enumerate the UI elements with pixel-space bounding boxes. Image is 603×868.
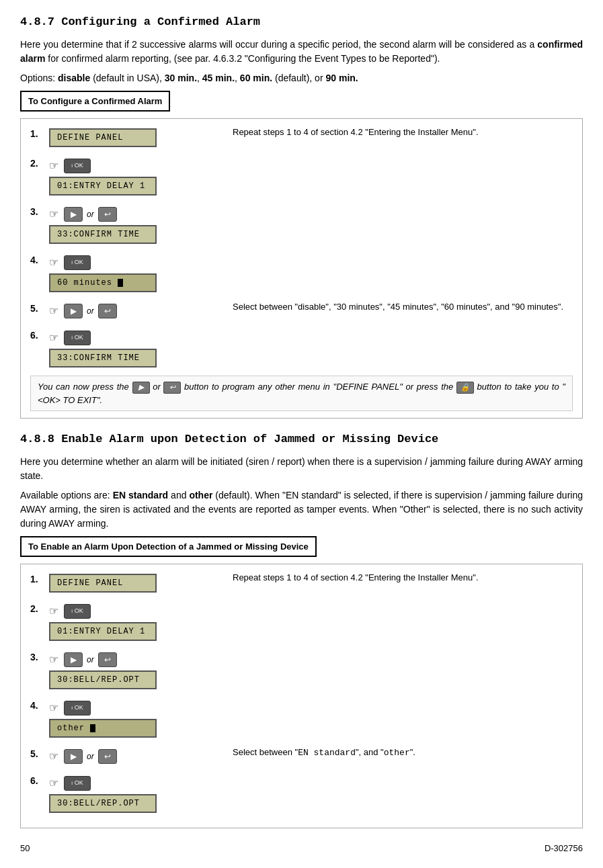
step-3-content: ☞ ▶ or ↩ 33:CONFIRM TIME [49,204,573,244]
s2-hand-icon-5: ☞ [49,748,58,765]
step-2: 2. ☞ i OK 01:ENTRY DELAY 1 [30,155,573,196]
step-4-num: 4. [30,252,49,267]
doc-number: D-302756 [545,842,583,855]
step-4-lcd: 60 minutes [49,273,157,292]
s2-step-2-num: 2. [30,601,49,616]
step-5-num: 5. [30,300,49,316]
s2-step-6-num: 6. [30,773,49,788]
step-6: 6. ☞ i OK 33:CONFIRM TIME [30,327,573,367]
page-number: 50 [20,842,30,855]
s2-step-1-right: Repeat steps 1 to 4 of section 4.2 "Ente… [219,571,573,584]
s2-hand-icon-4: ☞ [49,700,58,716]
or-text-3: or [87,208,94,220]
s2-step-2-content: ☞ i OK 01:ENTRY DELAY 1 [49,601,573,641]
s2-step-1-content: DEFINE PANEL [49,571,219,593]
s2-step-4-lcd: other [49,719,157,738]
ok-button-6[interactable]: i OK [64,331,91,345]
s2-step-4-content: ☞ i OK other [49,697,573,738]
s2-step-5-right: Select between "EN standard", and "other… [219,746,573,760]
step-1-num: 1. [30,126,49,141]
section1-steps: 1. DEFINE PANEL Repeat steps 1 to 4 of s… [20,118,583,419]
step-3: 3. ☞ ▶ or ↩ 33:CONFIRM TIME [30,204,573,244]
s2-step-4: 4. ☞ i OK other [30,697,573,738]
or-text-5: or [87,305,94,317]
s2-ok-button-6[interactable]: i OK [64,776,91,791]
hand-icon-6: ☞ [49,330,58,346]
step-3-num: 3. [30,204,49,219]
step-6-content: ☞ i OK 33:CONFIRM TIME [49,327,573,367]
s2-forward-button-3[interactable]: ▶ [64,652,83,667]
ok-button-2[interactable]: i OK [64,159,91,173]
s2-step-2: 2. ☞ i OK 01:ENTRY DELAY 1 [30,601,573,641]
s2-hand-icon-6: ☞ [49,775,58,791]
section2-heading: 4.8.8 Enable Alarm upon Detection of Jam… [20,431,583,448]
ok-button-4[interactable]: i OK [64,255,91,270]
s2-step-5-num: 5. [30,746,49,761]
section2-para1: Here you determine whether an alarm will… [20,455,583,483]
step-1: 1. DEFINE PANEL Repeat steps 1 to 4 of s… [30,126,573,147]
section1-heading: 4.8.7 Configuring a Confirmed Alarm [20,13,583,31]
hand-icon-4: ☞ [49,255,58,271]
s2-step-6-lcd: 30:BELL/REP.OPT [49,794,157,813]
forward-button-3[interactable]: ▶ [64,207,83,222]
s2-hand-icon-2: ☞ [49,603,58,619]
s2-or-text-5: or [87,750,94,763]
s2-ok-button-4[interactable]: i OK [64,701,91,715]
inline-forward-btn: ▶ [132,382,150,394]
back-button-3[interactable]: ↩ [98,207,117,222]
step-4-content: ☞ i OK 60 minutes [49,252,573,292]
s2-step-1-lcd: DEFINE PANEL [49,574,157,593]
section1-para2: Options: disable (default in USA), 30 mi… [20,71,583,85]
s2-step-3-lcd: 30:BELL/REP.OPT [49,670,157,689]
s2-step-4-num: 4. [30,697,49,713]
step-1-lcd: DEFINE PANEL [49,128,157,147]
s2-or-text-3: or [87,654,94,666]
s2-step-3-content: ☞ ▶ or ↩ 30:BELL/REP.OPT [49,649,573,689]
s2-back-button-5[interactable]: ↩ [98,749,117,764]
forward-button-5[interactable]: ▶ [64,304,83,318]
s2-step-3-num: 3. [30,649,49,664]
step-5: 5. ☞ ▶ or ↩ Select between "disable", "3… [30,300,573,319]
step-4: 4. ☞ i OK 60 minutes [30,252,573,292]
page-footer: 50 D-302756 [20,842,583,855]
hand-icon-3: ☞ [49,206,58,222]
s2-step-3: 3. ☞ ▶ or ↩ 30:BELL/REP.OPT [30,649,573,689]
section1-box-label: To Configure a Confirmed Alarm [20,91,170,112]
section2-para2: Available options are: EN standard and o… [20,488,583,531]
step-5-right: Select between "disable", "30 minutes", … [219,300,573,314]
section2-steps: 1. DEFINE PANEL Repeat steps 1 to 4 of s… [20,564,583,828]
page-content: 4.8.7 Configuring a Confirmed Alarm Here… [20,13,583,855]
s2-step-1: 1. DEFINE PANEL Repeat steps 1 to 4 of s… [30,571,573,593]
s2-step-5: 5. ☞ ▶ or ↩ Select between "EN standard"… [30,746,573,765]
back-button-5[interactable]: ↩ [98,304,117,318]
step-2-content: ☞ i OK 01:ENTRY DELAY 1 [49,155,573,196]
step-1-right: Repeat steps 1 to 4 of section 4.2 "Ente… [219,126,573,139]
step-6-lcd: 33:CONFIRM TIME [49,349,157,367]
s2-step-5-content: ☞ ▶ or ↩ [49,746,219,765]
step-2-num: 2. [30,155,49,171]
step-6-num: 6. [30,327,49,343]
s2-back-button-3[interactable]: ↩ [98,652,117,667]
s2-hand-icon-3: ☞ [49,652,58,668]
step-2-lcd: 01:ENTRY DELAY 1 [49,177,157,196]
step-1-content: DEFINE PANEL [49,126,219,147]
s2-step-6-content: ☞ i OK 30:BELL/REP.OPT [49,773,573,813]
step-3-lcd: 33:CONFIRM TIME [49,225,157,244]
hand-icon-5: ☞ [49,303,58,319]
section2-box-label: To Enable an Alarm Upon Detection of a J… [20,536,317,558]
s2-step-6: 6. ☞ i OK 30:BELL/REP.OPT [30,773,573,813]
inline-back-btn: ↩ [163,382,181,394]
step-5-content: ☞ ▶ or ↩ [49,300,219,319]
s2-step-2-lcd: 01:ENTRY DELAY 1 [49,622,157,641]
hand-icon-2: ☞ [49,158,58,174]
section1-para1: Here you determine that if 2 successive … [20,38,583,66]
inline-lock-btn: 🔒 [456,382,474,394]
s2-ok-button-2[interactable]: i OK [64,604,91,619]
section1-note: You can now press the ▶ or ↩ button to p… [30,376,573,411]
s2-forward-button-5[interactable]: ▶ [64,749,83,764]
s2-step-1-num: 1. [30,571,49,587]
bold-confirmed-alarm: confirmed alarm [20,39,583,64]
